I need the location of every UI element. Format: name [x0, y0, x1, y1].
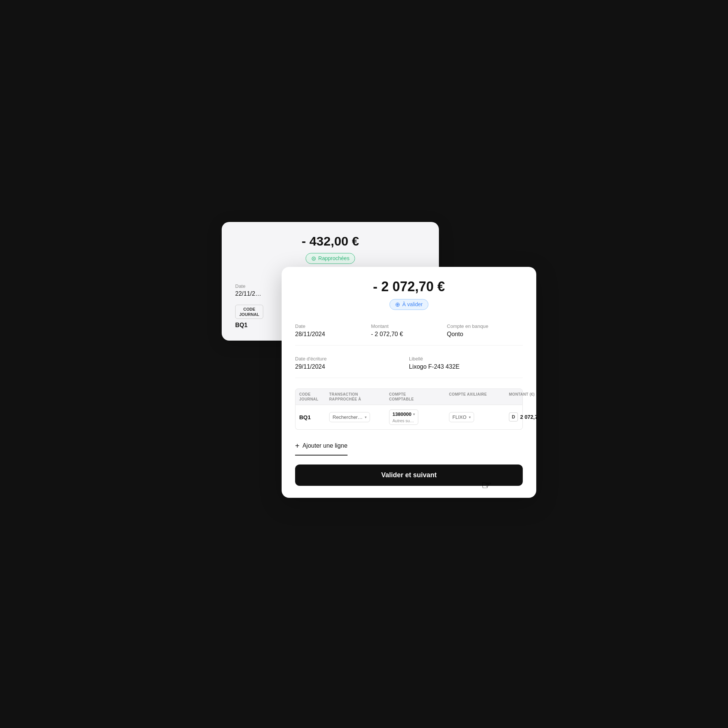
col-transaction: TRANSACTIONRAPPROCHÉE À	[329, 392, 389, 402]
libelle-value: Lixogo F-243 432E	[409, 364, 523, 370]
row-transaction[interactable]: Rechercher… ▾	[329, 412, 389, 422]
front-amount: - 2 072,70 €	[295, 279, 523, 295]
compte-banque-label: Compte en banque	[447, 323, 523, 329]
row-compte-comptable[interactable]: 1380000 ▾ Autres su…	[389, 410, 449, 425]
add-line-label: Ajouter une ligne	[303, 442, 348, 449]
col-montant: MONTANT (€)	[509, 392, 554, 402]
accounting-table: CODEJOURNAL TRANSACTIONRAPPROCHÉE À COMP…	[295, 388, 523, 430]
a-valider-icon: ⊕	[395, 301, 400, 308]
row-compte-axiliaire[interactable]: FLIXO ▾	[449, 412, 509, 422]
libelle-label: Libellé	[409, 356, 523, 362]
date-value: 28/11/2024	[295, 331, 371, 338]
col-compte-axiliaire: COMPTE AXILIAIRE	[449, 392, 509, 402]
table-header: CODEJOURNAL TRANSACTIONRAPPROCHÉE À COMP…	[295, 388, 523, 405]
montant-field: Montant - 2 072,70 €	[371, 323, 447, 338]
info-row-1: Date 28/11/2024 Montant - 2 072,70 € Com…	[295, 323, 523, 346]
back-code-journal-box: CODEJOURNAL	[235, 305, 263, 319]
compte-comptable-dropdown[interactable]: 1380000 ▾ Autres su…	[389, 410, 418, 425]
add-line-button[interactable]: + Ajouter une ligne	[295, 437, 348, 456]
date-field: Date 28/11/2024	[295, 323, 371, 338]
compte-axiliaire-dropdown[interactable]: FLIXO ▾	[449, 412, 474, 422]
a-valider-badge: ⊕ À valider	[389, 299, 428, 310]
row-code-journal: BQ1	[299, 414, 329, 420]
a-valider-label: À valider	[402, 301, 422, 307]
date-ecriture-value: 29/11/2024	[295, 364, 409, 370]
compte-banque-field: Compte en banque Qonto	[447, 323, 523, 338]
amount-cell: D 2 072,70	[509, 413, 551, 421]
col-code-journal: CODEJOURNAL	[299, 392, 329, 402]
libelle-field: Libellé Lixogo F-243 432E	[409, 356, 523, 370]
add-icon: +	[295, 442, 300, 450]
debit-credit-badge[interactable]: D	[509, 413, 518, 421]
front-card: - 2 072,70 € ⊕ À valider Date 28/11/2024…	[282, 267, 536, 498]
date-ecriture-label: Date d'écriture	[295, 356, 409, 362]
montant-label: Montant	[371, 323, 447, 329]
compte-banque-value: Qonto	[447, 331, 523, 338]
back-card-amount: - 432,00 €	[235, 234, 425, 249]
info-row-2: Date d'écriture 29/11/2024 Libellé Lixog…	[295, 356, 523, 378]
submit-label: Valider et suivant	[381, 471, 437, 479]
table-row: BQ1 Rechercher… ▾ 1380000 ▾ Autres su…	[295, 405, 523, 430]
transaction-dropdown[interactable]: Rechercher… ▾	[329, 412, 370, 422]
cursor-icon: ☞	[481, 478, 492, 492]
rapprochees-label: Rapprochées	[318, 255, 349, 261]
chevron-down-icon: ▾	[365, 415, 366, 419]
chevron-down-icon: ▾	[413, 412, 415, 416]
date-ecriture-field: Date d'écriture 29/11/2024	[295, 356, 409, 370]
chevron-down-icon: ▾	[469, 415, 471, 419]
col-compte-comptable: COMPTECOMPTABLE	[389, 392, 449, 402]
rapprochees-badge: ⊜ Rapprochées	[306, 253, 355, 264]
front-header: - 2 072,70 € ⊕ À valider	[295, 279, 523, 320]
rapprochees-icon: ⊜	[311, 255, 316, 262]
montant-value: - 2 072,70 €	[371, 331, 447, 338]
date-label: Date	[295, 323, 371, 329]
amount-value: 2 072,70	[520, 414, 541, 420]
row-montant: D 2 072,70	[509, 413, 554, 421]
